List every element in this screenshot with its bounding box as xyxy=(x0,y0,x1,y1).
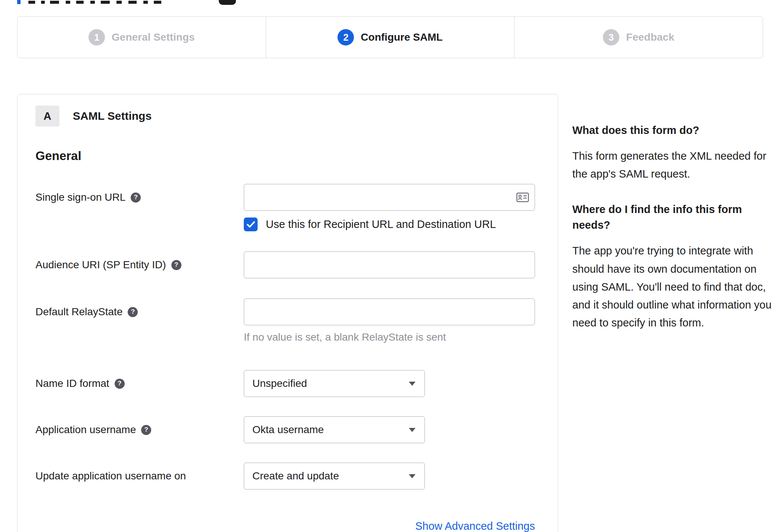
audience-uri-label-wrap: Audience URI (SP Entity ID) ? xyxy=(35,251,244,278)
step-configure-saml[interactable]: 2 Configure SAML xyxy=(266,17,514,58)
application-username-label: Application username xyxy=(35,424,136,436)
name-id-format-select[interactable]: Unspecified xyxy=(244,370,425,397)
audience-uri-label: Audience URI (SP Entity ID) xyxy=(35,259,166,271)
clipped-title-accent xyxy=(17,0,21,4)
field-row-sso-url: Single sign-on URL ? xyxy=(35,184,535,231)
chevron-down-icon xyxy=(409,428,416,432)
application-username-select[interactable]: Okta username xyxy=(244,416,425,443)
card-header: A SAML Settings xyxy=(35,106,535,126)
field-row-default-relaystate: Default RelayState ? If no value is set,… xyxy=(35,298,535,343)
help-heading-1: What does this form do? xyxy=(572,122,774,138)
contact-card-icon xyxy=(516,193,529,202)
help-icon[interactable]: ? xyxy=(171,260,181,270)
name-id-format-label: Name ID format xyxy=(35,378,109,389)
group-title-general: General xyxy=(35,149,535,163)
step-label: General Settings xyxy=(112,31,195,43)
recipient-url-checkbox[interactable] xyxy=(244,218,258,231)
chevron-down-icon xyxy=(409,474,416,478)
help-icon[interactable]: ? xyxy=(128,307,138,317)
field-row-update-app-username: Update application username on Create an… xyxy=(35,463,535,489)
step-label: Configure SAML xyxy=(361,31,442,43)
default-relaystate-label-wrap: Default RelayState ? xyxy=(35,298,244,325)
saml-settings-card: A SAML Settings General Single sign-on U… xyxy=(17,94,558,532)
field-row-name-id-format: Name ID format ? Unspecified xyxy=(35,370,535,397)
configure-saml-page: 1 General Settings 2 Configure SAML 3 Fe… xyxy=(0,0,781,532)
default-relaystate-input[interactable] xyxy=(244,298,535,325)
field-row-audience-uri: Audience URI (SP Entity ID) ? xyxy=(35,251,535,278)
card-title: SAML Settings xyxy=(73,110,152,122)
update-app-username-value: Create and update xyxy=(252,470,339,482)
help-icon[interactable]: ? xyxy=(141,425,151,435)
help-icon[interactable]: ? xyxy=(115,379,125,389)
default-relaystate-label: Default RelayState xyxy=(35,306,122,318)
help-icon[interactable]: ? xyxy=(131,193,141,203)
sso-url-label-wrap: Single sign-on URL ? xyxy=(35,184,244,211)
sso-url-input[interactable] xyxy=(244,184,535,211)
name-id-format-label-wrap: Name ID format ? xyxy=(35,370,244,397)
field-row-application-username: Application username ? Okta username xyxy=(35,416,535,443)
step-general-settings[interactable]: 1 General Settings xyxy=(18,17,266,58)
chevron-down-icon xyxy=(409,382,416,386)
update-app-username-select[interactable]: Create and update xyxy=(244,463,425,489)
help-sidebar: What does this form do? This form genera… xyxy=(572,122,774,350)
clipped-app-icon xyxy=(219,0,236,5)
update-app-username-label-wrap: Update application username on xyxy=(35,463,244,489)
step-number-badge: 2 xyxy=(337,29,354,46)
section-a-badge: A xyxy=(35,106,59,126)
sso-url-label: Single sign-on URL xyxy=(35,191,125,203)
recipient-url-checkbox-row: Use this for Recipient URL and Destinati… xyxy=(244,218,535,231)
step-number-badge: 3 xyxy=(603,29,619,46)
audience-uri-input[interactable] xyxy=(244,251,535,278)
help-heading-2: Where do I find the info this form needs… xyxy=(572,201,774,233)
show-advanced-settings-link[interactable]: Show Advanced Settings xyxy=(415,520,535,532)
advanced-settings-row: Show Advanced Settings xyxy=(35,520,535,532)
default-relaystate-hint: If no value is set, a blank RelayState i… xyxy=(244,331,535,343)
update-app-username-label: Update application username on xyxy=(35,470,186,482)
help-body-1: This form generates the XML needed for t… xyxy=(572,147,774,183)
recipient-url-checkbox-label: Use this for Recipient URL and Destinati… xyxy=(266,218,496,231)
step-feedback[interactable]: 3 Feedback xyxy=(514,17,763,58)
step-label: Feedback xyxy=(626,31,674,43)
name-id-format-value: Unspecified xyxy=(252,378,307,389)
application-username-label-wrap: Application username ? xyxy=(35,416,244,443)
help-body-2: The app you're trying to integrate with … xyxy=(572,242,774,332)
application-username-value: Okta username xyxy=(252,424,324,436)
step-number-badge: 1 xyxy=(88,29,105,46)
wizard-stepper: 1 General Settings 2 Configure SAML 3 Fe… xyxy=(17,16,763,58)
